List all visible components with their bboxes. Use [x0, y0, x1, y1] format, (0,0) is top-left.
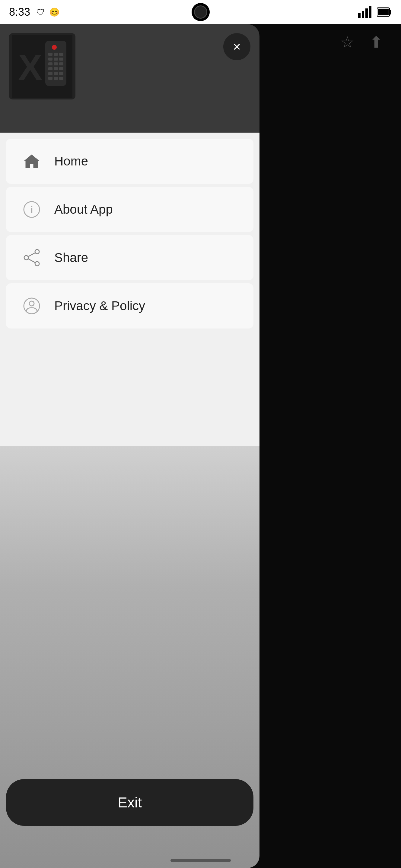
svg-rect-13: [59, 53, 63, 56]
svg-point-32: [24, 255, 28, 260]
face-icon: 😊: [49, 7, 60, 17]
svg-point-37: [29, 301, 34, 306]
drawer-menu: Home i About App: [0, 133, 259, 446]
status-bar: 8:33 🛡 😊: [0, 0, 401, 24]
svg-rect-1: [362, 11, 364, 18]
svg-rect-23: [48, 72, 53, 75]
home-icon: [21, 151, 42, 172]
close-icon: ×: [233, 40, 241, 53]
home-indicator: [170, 859, 231, 862]
exit-button[interactable]: Exit: [6, 779, 254, 826]
exit-label: Exit: [118, 794, 142, 811]
svg-rect-28: [59, 77, 63, 80]
shield-icon: 🛡: [36, 7, 45, 17]
share-menu-icon: [21, 247, 42, 268]
menu-item-home-label: Home: [54, 154, 88, 168]
svg-rect-3: [369, 6, 371, 18]
svg-rect-21: [54, 67, 58, 70]
menu-item-home[interactable]: Home: [6, 138, 254, 184]
svg-rect-19: [59, 62, 63, 65]
svg-rect-11: [48, 53, 53, 56]
camera-dot-inner: [194, 5, 207, 19]
status-icons: 🛡 😊: [36, 7, 60, 17]
svg-rect-27: [54, 77, 58, 80]
svg-rect-5: [390, 10, 391, 14]
svg-point-31: [35, 250, 39, 254]
svg-rect-20: [48, 67, 53, 70]
navigation-drawer: X: [0, 24, 259, 868]
info-icon: i: [21, 199, 42, 220]
svg-rect-12: [54, 53, 58, 56]
svg-rect-6: [378, 9, 389, 16]
svg-rect-24: [54, 72, 58, 75]
svg-rect-22: [59, 67, 63, 70]
svg-point-33: [35, 261, 39, 266]
menu-item-share[interactable]: Share: [6, 235, 254, 280]
svg-rect-26: [48, 77, 53, 80]
camera-area: [192, 3, 210, 21]
svg-rect-17: [48, 62, 53, 65]
svg-line-35: [28, 259, 35, 262]
svg-rect-0: [358, 13, 361, 18]
svg-line-34: [28, 253, 35, 256]
svg-text:X: X: [18, 47, 42, 87]
drawer-header: X: [0, 24, 259, 133]
app-image: X: [9, 33, 76, 99]
battery-icon: [377, 7, 392, 18]
privacy-icon: [21, 296, 42, 316]
menu-item-privacy-label: Privacy & Policy: [54, 299, 145, 313]
svg-rect-25: [59, 72, 63, 75]
status-left: 8:33 🛡 😊: [9, 6, 60, 19]
menu-item-about-label: About App: [54, 202, 113, 217]
camera-dot: [192, 3, 210, 21]
svg-point-10: [52, 45, 57, 50]
status-time: 8:33: [9, 6, 30, 19]
svg-rect-2: [365, 8, 368, 18]
menu-item-privacy[interactable]: Privacy & Policy: [6, 283, 254, 329]
svg-rect-14: [48, 58, 53, 61]
drawer-close-button[interactable]: ×: [223, 33, 251, 60]
svg-rect-15: [54, 58, 58, 61]
status-right: [358, 6, 392, 18]
signal-icon: [358, 6, 373, 18]
menu-item-share-label: Share: [54, 250, 88, 265]
svg-rect-18: [54, 62, 58, 65]
svg-rect-16: [59, 58, 63, 61]
svg-text:i: i: [30, 204, 33, 215]
remote-control-image: X: [12, 35, 73, 98]
menu-item-about[interactable]: i About App: [6, 187, 254, 232]
